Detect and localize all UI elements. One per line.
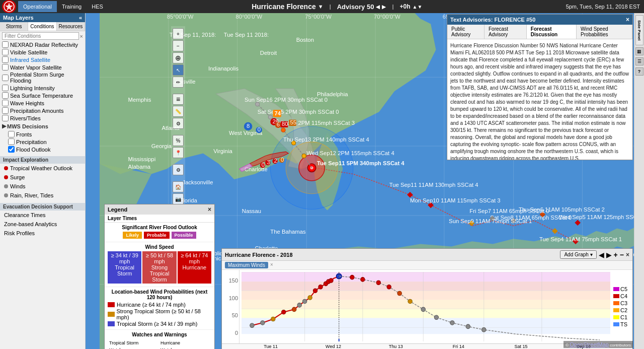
impact-tropical[interactable]: Tropical Weather Outlook xyxy=(0,164,85,173)
side-panel-toggle[interactable]: Side Panel xyxy=(635,15,643,45)
hc-zoom-out[interactable]: − xyxy=(620,251,624,259)
svg-text:0: 0 xyxy=(258,126,261,132)
layer-water-vapor-check[interactable] xyxy=(2,64,9,71)
hc-tab-max-winds[interactable]: Maximum Winds xyxy=(225,262,268,268)
nav-training[interactable]: Training xyxy=(57,1,87,12)
text-advisory-panel: Text Advisories: FLORENCE #50 × Public A… xyxy=(447,14,633,160)
evac-clearance[interactable]: Clearance Times xyxy=(0,211,85,220)
impact-rain[interactable]: Rain, River, Tides xyxy=(0,191,85,200)
hc-nav-next[interactable]: ▶ xyxy=(606,251,612,259)
evac-zone[interactable]: Zone-based Analytics xyxy=(0,220,85,229)
y-100: 100 xyxy=(229,295,238,301)
right-side-panel: Side Panel ▦ ☰ ? xyxy=(634,13,644,349)
storm-name-dropdown[interactable]: ▼ xyxy=(318,4,324,10)
advisory-next[interactable]: ▶ xyxy=(382,4,386,10)
wind-hurr-sub: Hurricane xyxy=(179,264,210,270)
camera-btn[interactable]: 📷 xyxy=(173,193,184,204)
tab-conditions[interactable]: Conditions xyxy=(28,22,56,31)
sidebar: Map Layers « Storms Conditions Resources… xyxy=(0,13,86,349)
y-50: 50 xyxy=(232,312,238,318)
filter-input[interactable] xyxy=(2,32,79,40)
ta-close[interactable]: × xyxy=(626,16,629,23)
nav-operational[interactable]: Operational xyxy=(18,1,57,12)
pan-tool[interactable]: ⊕ xyxy=(173,52,184,63)
x-fri14: Fri 14 xyxy=(427,344,490,349)
svg-point-142 xyxy=(450,321,454,325)
svg-point-132 xyxy=(329,278,333,283)
legend-close[interactable]: × xyxy=(208,206,211,213)
draw-tool[interactable]: ✏ xyxy=(173,77,184,88)
warn-col-ts: Tropical Storm xyxy=(109,340,159,346)
impact-surge[interactable]: Surge xyxy=(0,173,85,182)
hc-close[interactable]: × xyxy=(626,251,629,258)
question-icon[interactable]: ? xyxy=(635,67,643,76)
wind-sts-label: ≥ 50 kt / 58 mph xyxy=(143,252,175,264)
location-btn[interactable]: 📍 xyxy=(173,147,184,158)
svg-text:0: 0 xyxy=(262,162,265,168)
ta-content: Hurricane Florence Discussion Number 50 … xyxy=(447,39,632,160)
layer-surge-check[interactable] xyxy=(2,75,9,81)
nav-hes[interactable]: HES xyxy=(87,1,108,12)
svg-point-120 xyxy=(250,323,254,328)
x-wed12: Wed 12 xyxy=(302,344,364,349)
advisory-prev[interactable]: ◀ xyxy=(376,4,380,10)
config-btn[interactable]: ⚙ xyxy=(173,164,184,175)
settings-btn[interactable]: ⚙ xyxy=(173,118,184,129)
layer-sst-check[interactable] xyxy=(2,92,9,99)
tab-storms[interactable]: Storms xyxy=(0,22,28,31)
percent-btn[interactable]: % xyxy=(173,135,184,146)
ta-tab-discussion[interactable]: Forecast Discussion xyxy=(527,25,577,39)
impact-header: Impact Exploration xyxy=(0,156,85,164)
ta-tabs: Public Advisory Forecast Advisory Foreca… xyxy=(447,25,632,39)
hc-nav-prev[interactable]: ◀ xyxy=(599,251,604,259)
time-offset[interactable]: +0h xyxy=(400,3,411,10)
evac-risk[interactable]: Risk Profiles xyxy=(0,229,85,238)
hc-legend: C5 C4 C3 C2 C1 TS xyxy=(612,270,632,343)
c2-color xyxy=(613,308,619,312)
warn-watch-label: Watch xyxy=(109,347,159,349)
layer-wave-check[interactable] xyxy=(2,100,9,106)
ta-tab-forecast[interactable]: Forecast Advisory xyxy=(485,25,527,39)
layer-fronts-check[interactable] xyxy=(8,131,15,137)
layer-precip2-check[interactable] xyxy=(8,138,15,145)
winds-bullet xyxy=(4,184,8,188)
impact-winds[interactable]: Winds xyxy=(0,182,85,191)
zoom-out-btn[interactable]: − xyxy=(173,40,184,51)
legend-c3: C3 xyxy=(613,300,631,306)
wind-speed-title: Wind Speed xyxy=(108,244,211,250)
warn-title: Watches and Warnings xyxy=(108,332,211,337)
prob-row-hurr: Hurricane (≥ 64 kt / 74 mph) xyxy=(108,302,211,308)
storm-name: Hurricane Florence xyxy=(252,3,316,11)
ta-tab-public[interactable]: Public Advisory xyxy=(447,25,485,39)
layer-nexrad-check[interactable] xyxy=(2,41,9,48)
filter-clear[interactable]: × xyxy=(80,33,83,39)
layer-lightning-check[interactable] xyxy=(2,85,9,91)
hc-zoom-in[interactable]: + xyxy=(614,251,618,259)
layer-flood-check[interactable] xyxy=(8,146,15,153)
table-icon[interactable]: ▦ xyxy=(635,47,643,55)
measure-tool[interactable]: 📏 xyxy=(173,106,184,117)
layer-infrared-check[interactable] xyxy=(2,56,9,63)
select-tool[interactable]: ↖ xyxy=(173,64,184,76)
layer-rivers-check[interactable] xyxy=(2,115,9,121)
svg-rect-107 xyxy=(242,291,610,300)
tropical-bullet xyxy=(4,166,8,170)
list-icon[interactable]: ☰ xyxy=(635,57,643,65)
tab-resources[interactable]: Resources xyxy=(57,22,85,31)
svg-text:Nassau: Nassau xyxy=(242,208,261,214)
svg-text:Jacksonville: Jacksonville xyxy=(183,179,213,185)
layer-precip-check[interactable] xyxy=(2,107,9,114)
home-btn[interactable]: 🏠 xyxy=(173,181,184,192)
c3-label: C3 xyxy=(620,300,627,306)
layer-visible-check[interactable] xyxy=(2,49,9,55)
layer-list: NEXRAD Radar Reflectivity Visible Satell… xyxy=(0,41,85,122)
ta-tab-wind-prob[interactable]: Wind Speed Probabilities xyxy=(577,25,632,39)
layers-btn[interactable]: ≡ xyxy=(173,94,184,105)
sidebar-collapse[interactable]: « xyxy=(79,15,82,21)
zoom-in-btn[interactable]: + xyxy=(173,28,184,39)
warn-hurr-watch-label: Watch xyxy=(160,347,210,349)
add-graph-btn[interactable]: Add Graph ▾ xyxy=(560,250,596,259)
time-offset-arrows[interactable]: ▲▼ xyxy=(413,4,423,10)
warn-table: Tropical Storm Hurricane Watch Watch War… xyxy=(108,339,211,349)
wind-sts-sub: Strong Tropical Storm xyxy=(143,264,175,283)
